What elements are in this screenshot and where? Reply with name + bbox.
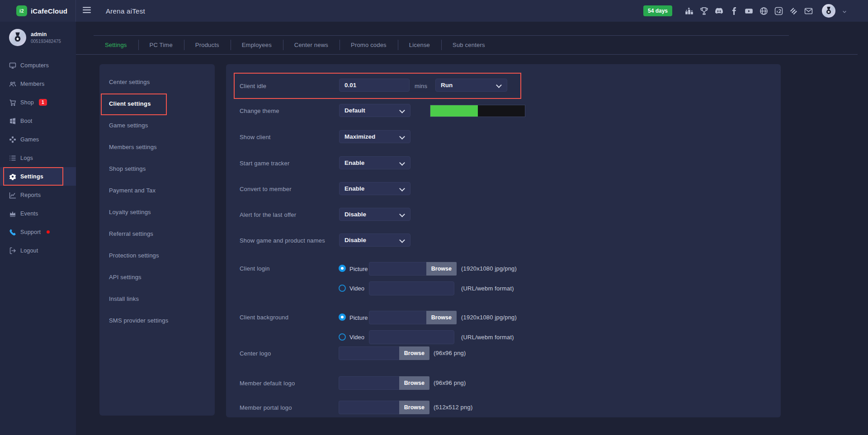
- client-login-video-radio[interactable]: [339, 285, 346, 292]
- start-game-tracker-select[interactable]: Enable: [339, 156, 410, 169]
- tab-license[interactable]: License: [398, 36, 441, 54]
- user-menu-chevron-icon[interactable]: [842, 8, 847, 14]
- member-portal-logo-hint: (512x512 png): [434, 404, 472, 411]
- sidebar-item-shop[interactable]: Shop1: [0, 93, 76, 112]
- client-login-picture-input[interactable]: [369, 262, 426, 276]
- phone-icon: [9, 229, 16, 236]
- trophy-icon[interactable]: [700, 7, 708, 15]
- submenu-item-install-links[interactable]: Install links: [99, 288, 215, 309]
- submenu-item-game-settings[interactable]: Game settings: [99, 114, 215, 136]
- client-background-picture-input[interactable]: [369, 311, 426, 324]
- client-background-video-radio-label: Video: [349, 334, 364, 341]
- windows-icon: [9, 117, 16, 125]
- member-default-logo-input[interactable]: [339, 376, 399, 390]
- sidebar-item-members[interactable]: Members: [0, 75, 76, 93]
- sidebar-item-label: Reports: [20, 192, 41, 198]
- client-background-picture-radio[interactable]: [339, 313, 346, 321]
- client-background-picture-radio-label: Picture: [349, 314, 368, 321]
- convert-to-member-select[interactable]: Enable: [339, 182, 410, 195]
- layers-icon[interactable]: [789, 7, 798, 15]
- sidebar-item-label: Events: [20, 210, 38, 217]
- hamburger-menu-icon[interactable]: [82, 5, 91, 16]
- sidebar-item-computers[interactable]: Computers: [0, 56, 76, 75]
- sidebar-item-label: Logs: [20, 155, 33, 161]
- tab-sub-centers[interactable]: Sub centers: [441, 36, 496, 54]
- sidebar-item-support[interactable]: Support: [0, 223, 76, 241]
- list-icon: [9, 154, 16, 162]
- youtube-icon[interactable]: [745, 7, 753, 15]
- client-idle-action-select[interactable]: Run: [435, 79, 507, 92]
- submenu-item-center-settings[interactable]: Center settings: [99, 71, 215, 93]
- tab-products[interactable]: Products: [184, 36, 231, 54]
- ranking-icon[interactable]: [685, 7, 693, 15]
- member-default-logo-file: Browse: [339, 376, 429, 390]
- globe-icon[interactable]: [760, 7, 768, 15]
- submenu-item-shop-settings[interactable]: Shop settings: [99, 158, 215, 179]
- center-logo-input[interactable]: [339, 346, 399, 360]
- theme-preview-black: [478, 105, 525, 117]
- submenu-item-protection-settings[interactable]: Protection settings: [99, 244, 215, 266]
- start-game-tracker-label: Start game tracker: [240, 160, 290, 167]
- member-portal-logo-browse-button[interactable]: Browse: [399, 401, 429, 414]
- alert-last-offer-select[interactable]: Disable: [339, 208, 410, 221]
- app-logo[interactable]: i2 iCafeCloud: [0, 0, 76, 22]
- tab-pc-time[interactable]: PC Time: [138, 36, 184, 54]
- sidebar-item-reports[interactable]: Reports: [0, 186, 76, 204]
- client-background-video-input[interactable]: [369, 330, 454, 344]
- tab-promo-codes[interactable]: Promo codes: [340, 36, 398, 54]
- sidebar: admin 005193482475 ComputersMembersShop1…: [0, 22, 76, 435]
- client-background-video-hint: (URL/webm format): [461, 334, 514, 341]
- sidebar-item-label: Settings: [20, 173, 43, 180]
- tab-center-news[interactable]: Center news: [283, 36, 340, 54]
- sidebar-item-logout[interactable]: Logout: [0, 241, 76, 260]
- sidebar-item-label: Logout: [20, 248, 38, 254]
- submenu-item-members-settings[interactable]: Members settings: [99, 136, 215, 158]
- show-game-product-names-select[interactable]: Disable: [339, 234, 410, 247]
- sidebar-user[interactable]: admin 005193482475: [0, 29, 76, 46]
- center-logo-hint: (96x96 png): [434, 350, 466, 356]
- submenu-item-client-settings[interactable]: Client settings: [99, 93, 215, 114]
- center-logo-file: Browse: [339, 346, 429, 360]
- show-game-product-names-label: Show game and product names: [240, 237, 325, 244]
- center-logo-browse-button[interactable]: Browse: [399, 346, 429, 360]
- sidebar-item-boot[interactable]: Boot: [0, 112, 76, 130]
- member-portal-logo-input[interactable]: [339, 401, 399, 414]
- license-days-badge[interactable]: 54 days: [643, 5, 672, 16]
- icafecloud-icon[interactable]: [774, 7, 783, 15]
- submenu-item-loyalty-settings[interactable]: Loyalty settings: [99, 201, 215, 223]
- client-background-picture-browse-button[interactable]: Browse: [426, 311, 457, 324]
- submenu-item-referral-settings[interactable]: Referral settings: [99, 223, 215, 244]
- submenu-item-api-settings[interactable]: API settings: [99, 266, 215, 288]
- submenu-item-sms-provider-settings[interactable]: SMS provider settings: [99, 309, 215, 331]
- sidebar-item-games[interactable]: Games: [0, 130, 76, 149]
- sidebar-item-logs[interactable]: Logs: [0, 149, 76, 167]
- client-login-video-input[interactable]: [369, 281, 454, 295]
- sidebar-item-events[interactable]: Events: [0, 204, 76, 223]
- change-theme-select[interactable]: Default: [339, 104, 410, 117]
- page-title: Arena aiTest: [106, 7, 145, 15]
- client-login-picture-browse-button[interactable]: Browse: [426, 262, 457, 276]
- facebook-icon[interactable]: [730, 7, 738, 15]
- sidebar-item-label: Boot: [20, 118, 33, 124]
- client-login-video-radio-label: Video: [349, 285, 364, 292]
- sidebar-item-label: Computers: [20, 62, 49, 69]
- submenu-item-payment-and-tax[interactable]: Payment and Tax: [99, 179, 215, 201]
- top-bar: i2 iCafeCloud Arena aiTest 54 days: [0, 0, 868, 22]
- tab-settings[interactable]: Settings: [94, 36, 138, 54]
- sidebar-nav: ComputersMembersShop1BootGamesLogsSettin…: [0, 56, 76, 260]
- cart-icon: [9, 99, 16, 106]
- theme-preview: [430, 105, 525, 117]
- user-avatar[interactable]: [822, 4, 835, 18]
- client-settings-form: Client idle mins Run Change theme Defaul…: [226, 64, 781, 417]
- client-idle-input[interactable]: [339, 79, 410, 92]
- client-background-video-radio[interactable]: [339, 333, 346, 341]
- member-default-logo-browse-button[interactable]: Browse: [399, 376, 429, 390]
- sidebar-item-settings[interactable]: Settings: [0, 167, 76, 186]
- tab-employees[interactable]: Employees: [231, 36, 283, 54]
- client-login-video-hint: (URL/webm format): [461, 285, 514, 292]
- client-login-picture-radio[interactable]: [339, 265, 346, 272]
- member-portal-logo-file: Browse: [339, 401, 429, 414]
- discord-icon[interactable]: [715, 7, 723, 15]
- show-client-select[interactable]: Maximized: [339, 130, 410, 143]
- mail-icon[interactable]: [804, 7, 813, 15]
